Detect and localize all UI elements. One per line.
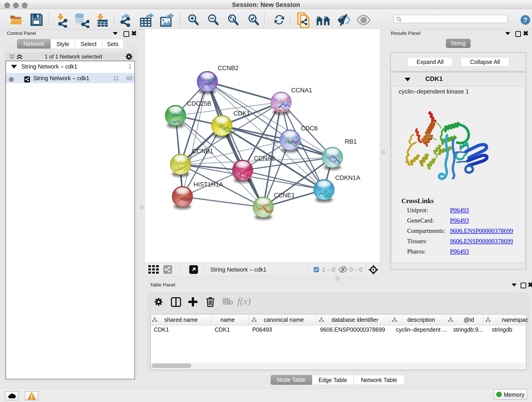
svg-text:CCNB2: CCNB2 [218, 65, 239, 71]
svg-text:HIST1H1A: HIST1H1A [194, 181, 223, 188]
svg-text:CCNE1: CCNE1 [274, 192, 295, 199]
svg-text:CDC25B: CDC25B [187, 100, 211, 107]
svg-text:CCNA2: CCNA2 [254, 155, 275, 162]
svg-text:CCNB1: CCNB1 [192, 148, 213, 155]
svg-text:CDK1: CDK1 [234, 110, 250, 117]
svg-text:CDKN1A: CDKN1A [335, 174, 360, 181]
svg-text:CDC6: CDC6 [301, 125, 318, 132]
svg-text:CCNA1: CCNA1 [291, 87, 312, 94]
svg-text:RB1: RB1 [345, 138, 357, 145]
